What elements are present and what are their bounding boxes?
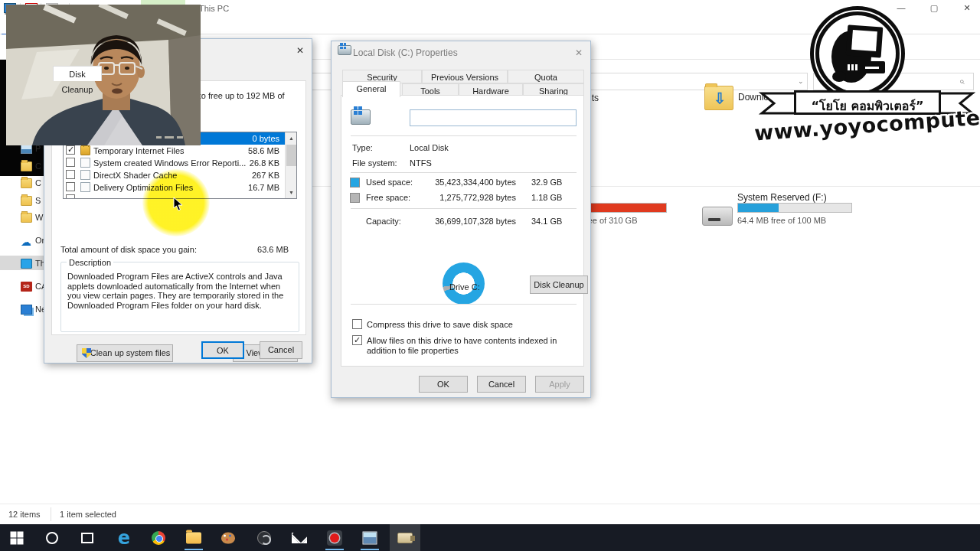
paint-palette-icon — [221, 532, 235, 543]
checkbox-unchecked[interactable] — [66, 182, 75, 191]
chrome-button[interactable] — [143, 524, 174, 551]
close-button[interactable]: ✕ — [954, 0, 980, 17]
divider — [351, 135, 577, 136]
list-item-temporary-internet-files[interactable]: Temporary Internet Files 58.6 MB — [64, 145, 296, 157]
cancel-button[interactable]: Cancel — [260, 341, 302, 359]
folder-icon — [21, 196, 32, 206]
sidebar-item-folder[interactable]: C — [0, 177, 44, 191]
used-space-bytes: 35,423,334,400 bytes — [426, 178, 516, 187]
sidebar-item-folder[interactable]: W — [0, 211, 44, 225]
capacity-label: Capacity: — [366, 217, 401, 226]
file-icon — [80, 158, 90, 168]
address-dropdown-icon[interactable]: ⌄ — [798, 77, 804, 85]
close-icon[interactable]: ✕ — [572, 46, 586, 60]
disk-cleanup-button[interactable]: Disk Cleanup — [530, 276, 588, 294]
task-view-button[interactable] — [72, 524, 103, 551]
free-space-bytes: 1,275,772,928 bytes — [426, 193, 516, 202]
free-space-gb: 1.18 GB — [531, 193, 562, 202]
sidebar-item-folder[interactable]: S — [0, 194, 44, 208]
divider — [351, 304, 577, 305]
list-item-error-reporting[interactable]: System created Windows Error Reporti... … — [64, 157, 296, 169]
description-title: Description — [67, 258, 113, 267]
downloads-folder-icon[interactable]: ⇩ — [704, 86, 733, 110]
sidebar-item-this-pc[interactable]: Th — [0, 257, 44, 271]
obs-studio-button[interactable] — [249, 524, 279, 551]
folder-icon — [21, 213, 32, 223]
photos-button[interactable] — [354, 524, 385, 551]
cortana-button[interactable] — [37, 524, 67, 551]
cancel-button[interactable]: Cancel — [477, 376, 526, 393]
mail-button[interactable] — [284, 524, 315, 551]
drive-f-bar-fill — [738, 204, 779, 212]
record-icon — [327, 530, 342, 546]
ok-button[interactable]: OK — [201, 341, 244, 359]
tab-disk-cleanup[interactable]: Disk Cleanup — [53, 66, 102, 81]
checkbox-unchecked[interactable] — [66, 170, 75, 179]
paint-app-button[interactable] — [213, 524, 243, 551]
filesystem-label: File system: — [352, 158, 397, 168]
mail-envelope-icon — [292, 533, 307, 543]
checkbox-unchecked[interactable] — [66, 194, 75, 199]
start-button[interactable] — [2, 524, 32, 551]
file-explorer-button[interactable] — [178, 524, 209, 551]
edge-icon: e — [118, 527, 130, 549]
network-icon — [21, 305, 32, 315]
drive-c-label: Drive C: — [449, 282, 480, 292]
ok-button[interactable]: OK — [419, 376, 468, 393]
task-view-icon — [81, 533, 93, 543]
drive-f-capacity-bar — [737, 203, 852, 213]
tab-general[interactable]: General — [342, 81, 400, 97]
index-checkbox-label[interactable]: Allow files on this drive to have conten… — [367, 336, 580, 356]
desktop-screen: ▾ Drive Tools This PC — ▢ ✕ File Compute… — [0, 0, 980, 551]
sidebar-item-network[interactable]: Ne — [0, 303, 44, 317]
used-space-label: Used space: — [366, 178, 413, 187]
maximize-button[interactable]: ▢ — [921, 0, 947, 17]
downloads-tile-label[interactable]: Downloads — [738, 92, 783, 103]
volume-label-input[interactable] — [410, 109, 577, 126]
screen-recorder-button[interactable] — [319, 524, 350, 551]
mouse-cursor-icon — [173, 197, 184, 212]
list-scrollbar[interactable]: ▲ ▼ — [285, 132, 296, 198]
taskbar: e — [0, 524, 980, 551]
status-bar: 12 items 1 item selected — [0, 504, 980, 524]
minimize-button[interactable]: — — [888, 0, 914, 17]
running-indicator — [325, 549, 344, 550]
webcam-video — [6, 5, 201, 145]
drive-free-label-partial: ree of 310 GB — [585, 216, 638, 225]
drive-icon — [338, 45, 351, 55]
running-indicator — [185, 549, 203, 550]
filesystem-value: NTFS — [410, 158, 432, 168]
disk-cleanup-app-button[interactable] — [390, 524, 420, 551]
drive-f-name[interactable]: System Reserved (F:) — [737, 192, 827, 203]
compress-checkbox[interactable] — [352, 319, 362, 329]
sidebar-item-sd-card[interactable]: SD CA — [0, 280, 44, 294]
clean-up-system-files-button[interactable]: Clean up system files — [77, 344, 173, 362]
scroll-down-icon[interactable]: ▼ — [286, 187, 297, 198]
edge-button[interactable]: e — [109, 524, 139, 551]
tab-quota[interactable]: Quota — [508, 70, 584, 83]
drive-icon — [351, 109, 371, 125]
dialog-title: Local Disk (C:) Properties — [353, 47, 458, 58]
scroll-up-icon[interactable]: ▲ — [286, 132, 297, 144]
list-item-delivery-optimization[interactable]: Delivery Optimization Files 16.7 MB — [64, 181, 296, 194]
free-space-swatch — [350, 193, 360, 203]
usb-drive-icon[interactable] — [702, 207, 733, 226]
compress-checkbox-label[interactable]: Compress this drive to save disk space — [367, 320, 513, 329]
list-item-directx-shader-cache[interactable]: DirectX Shader Cache 267 KB — [64, 169, 296, 181]
type-value: Local Disk — [410, 143, 449, 152]
close-icon[interactable]: ✕ — [293, 44, 307, 57]
scrollbar-thumb[interactable] — [286, 145, 296, 166]
search-input[interactable] — [813, 73, 974, 90]
checkbox-checked[interactable] — [66, 145, 75, 155]
index-checkbox[interactable] — [352, 335, 362, 345]
this-pc-icon — [21, 259, 32, 269]
checkbox-unchecked[interactable] — [66, 158, 75, 167]
tab-previous-versions[interactable]: Previous Versions — [422, 70, 508, 83]
banner-ribbon-tails — [754, 90, 980, 116]
apply-button[interactable]: Apply — [535, 376, 584, 393]
properties-dialog: Local Disk (C:) Properties ✕ Security Pr… — [331, 41, 591, 398]
logo-url-text: www.yoyocomputer.com — [753, 106, 980, 145]
sidebar-item-onedrive[interactable]: ☁ On — [0, 234, 44, 248]
sidebar-item-folder[interactable]: C — [0, 160, 44, 174]
properties-dialog-titlebar: Local Disk (C:) Properties ✕ — [332, 41, 590, 64]
